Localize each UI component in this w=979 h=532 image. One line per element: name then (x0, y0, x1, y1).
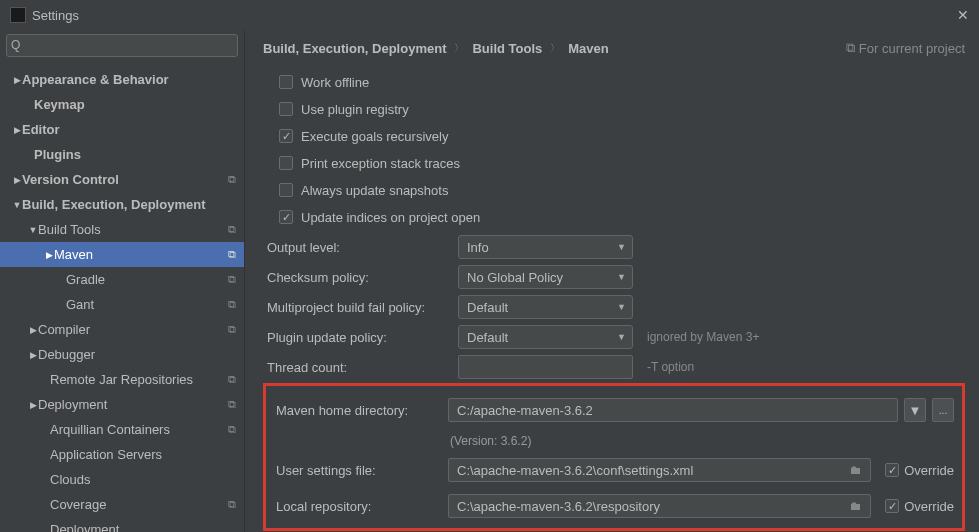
chevron-right-icon: 〉 (454, 41, 464, 55)
crumb-a[interactable]: Build, Execution, Deployment (263, 41, 446, 56)
tree-bed[interactable]: ▼Build, Execution, Deployment (0, 192, 244, 217)
tree-build-tools[interactable]: ▼Build Tools⧉ (0, 217, 244, 242)
label-local-repo: Local repository: (272, 499, 442, 514)
chevron-down-icon: ▼ (617, 242, 626, 252)
tree-gradle[interactable]: Gradle⧉ (0, 267, 244, 292)
tree-remote-jar[interactable]: Remote Jar Repositories⧉ (0, 367, 244, 392)
copy-icon: ⧉ (228, 373, 236, 386)
label-multiproject: Multiproject build fail policy: (263, 300, 458, 315)
tree-version-control[interactable]: ▶Version Control⧉ (0, 167, 244, 192)
tree-debugger[interactable]: ▶Debugger (0, 342, 244, 367)
combo-multiproject[interactable]: Default▼ (458, 295, 633, 319)
tree-gant[interactable]: Gant⧉ (0, 292, 244, 317)
chevron-down-icon: ▼ (909, 403, 922, 418)
tree-deployment[interactable]: ▶Deployment⧉ (0, 392, 244, 417)
input-thread-count[interactable] (458, 355, 633, 379)
content-panel: Build, Execution, Deployment 〉 Build Too… (245, 30, 979, 532)
crumb-b[interactable]: Build Tools (472, 41, 542, 56)
copy-icon: ⧉ (228, 323, 236, 336)
tree-deployment2[interactable]: Deployment (0, 517, 244, 532)
label-output-level: Output level: (263, 240, 458, 255)
maven-home-browse[interactable]: ... (932, 398, 954, 422)
copy-icon: ⧉ (228, 423, 236, 436)
label-user-settings: User settings file: (272, 463, 442, 478)
search-input[interactable] (6, 34, 238, 57)
settings-tree: ▶Appearance & Behavior Keymap ▶Editor Pl… (0, 61, 244, 532)
label-plugin-update: Plugin update policy: (263, 330, 458, 345)
tree-appearance[interactable]: ▶Appearance & Behavior (0, 67, 244, 92)
copy-icon: ⧉ (228, 223, 236, 236)
check-always-update[interactable]: Always update snapshots (263, 178, 965, 202)
tree-compiler[interactable]: ▶Compiler⧉ (0, 317, 244, 342)
copy-icon: ⧉ (228, 498, 236, 511)
copy-icon: ⧉ (228, 298, 236, 311)
input-local-repo[interactable]: C:\apache-maven-3.6.2\respository🖿 (448, 494, 871, 518)
highlighted-section: Maven home directory: C:/apache-maven-3.… (263, 383, 965, 531)
search-icon: Q (11, 38, 20, 52)
copy-icon: ⧉ (228, 173, 236, 186)
breadcrumb: Build, Execution, Deployment 〉 Build Too… (263, 40, 965, 56)
check-print-exception[interactable]: Print exception stack traces (263, 151, 965, 175)
input-maven-home[interactable]: C:/apache-maven-3.6.2 (448, 398, 898, 422)
tree-arquillian[interactable]: Arquillian Containers⧉ (0, 417, 244, 442)
label-thread-count: Thread count: (263, 360, 458, 375)
combo-plugin-update[interactable]: Default▼ (458, 325, 633, 349)
tree-coverage[interactable]: Coverage⧉ (0, 492, 244, 517)
maven-home-dropdown[interactable]: ▼ (904, 398, 926, 422)
folder-icon[interactable]: 🖿 (850, 499, 862, 513)
hint-plugin-update: ignored by Maven 3+ (647, 330, 759, 344)
sidebar: Q ▶Appearance & Behavior Keymap ▶Editor … (0, 30, 245, 532)
check-plugin-registry[interactable]: Use plugin registry (263, 97, 965, 121)
chevron-down-icon: ▼ (617, 332, 626, 342)
window-title: Settings (32, 8, 79, 23)
tree-app-servers[interactable]: Application Servers (0, 442, 244, 467)
titlebar: Settings ✕ (0, 0, 979, 30)
label-checksum: Checksum policy: (263, 270, 458, 285)
maven-version: (Version: 3.6.2) (272, 434, 954, 448)
app-icon (10, 7, 26, 23)
check-update-indices[interactable]: Update indices on project open (263, 205, 965, 229)
copy-icon: ⧉ (846, 40, 855, 56)
chevron-right-icon: 〉 (550, 41, 560, 55)
override-local-repo[interactable]: Override (885, 499, 954, 514)
crumb-c: Maven (568, 41, 608, 56)
chevron-down-icon: ▼ (617, 302, 626, 312)
tree-plugins[interactable]: Plugins (0, 142, 244, 167)
folder-icon[interactable]: 🖿 (850, 463, 862, 477)
override-user-settings[interactable]: Override (885, 463, 954, 478)
copy-icon: ⧉ (228, 398, 236, 411)
for-current-project: ⧉For current project (846, 40, 965, 56)
input-user-settings[interactable]: C:\apache-maven-3.6.2\conf\settings.xml🖿 (448, 458, 871, 482)
check-work-offline[interactable]: Work offline (263, 70, 965, 94)
copy-icon: ⧉ (228, 273, 236, 286)
close-icon[interactable]: ✕ (957, 7, 969, 23)
chevron-down-icon: ▼ (617, 272, 626, 282)
check-execute-goals[interactable]: Execute goals recursively (263, 124, 965, 148)
tree-editor[interactable]: ▶Editor (0, 117, 244, 142)
tree-clouds[interactable]: Clouds (0, 467, 244, 492)
combo-checksum[interactable]: No Global Policy▼ (458, 265, 633, 289)
combo-output-level[interactable]: Info▼ (458, 235, 633, 259)
tree-keymap[interactable]: Keymap (0, 92, 244, 117)
hint-thread-count: -T option (647, 360, 694, 374)
copy-icon: ⧉ (228, 248, 236, 261)
label-maven-home: Maven home directory: (272, 403, 442, 418)
tree-maven[interactable]: ▶Maven⧉ (0, 242, 244, 267)
